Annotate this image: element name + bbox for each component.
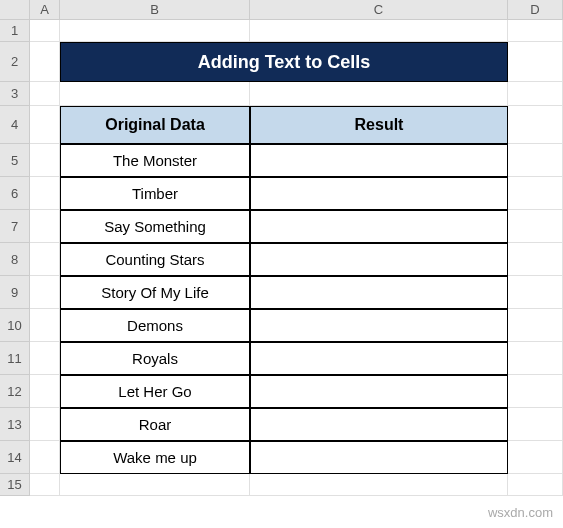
row-4: 4 Original Data Result [0, 106, 563, 144]
cell-c5[interactable] [250, 144, 508, 177]
row-15: 15 [0, 474, 563, 496]
row-11: 11 Royals [0, 342, 563, 375]
cell-d5[interactable] [508, 144, 563, 177]
cell-b14[interactable]: Wake me up [60, 441, 250, 474]
cell-a7[interactable] [30, 210, 60, 243]
row-header-7[interactable]: 7 [0, 210, 30, 243]
column-header-row: A B C D [0, 0, 563, 20]
cell-c12[interactable] [250, 375, 508, 408]
cell-c9[interactable] [250, 276, 508, 309]
row-13: 13 Roar [0, 408, 563, 441]
cell-d6[interactable] [508, 177, 563, 210]
cell-a10[interactable] [30, 309, 60, 342]
cell-a15[interactable] [30, 474, 60, 496]
watermark: wsxdn.com [488, 505, 553, 520]
title-cell[interactable]: Adding Text to Cells [60, 42, 508, 82]
cell-a3[interactable] [30, 82, 60, 106]
header-result[interactable]: Result [250, 106, 508, 144]
cell-b11[interactable]: Royals [60, 342, 250, 375]
cell-d14[interactable] [508, 441, 563, 474]
row-header-12[interactable]: 12 [0, 375, 30, 408]
row-12: 12 Let Her Go [0, 375, 563, 408]
row-6: 6 Timber [0, 177, 563, 210]
cell-c14[interactable] [250, 441, 508, 474]
cell-b9[interactable]: Story Of My Life [60, 276, 250, 309]
row-header-13[interactable]: 13 [0, 408, 30, 441]
cell-a4[interactable] [30, 106, 60, 144]
cell-b8[interactable]: Counting Stars [60, 243, 250, 276]
cell-a13[interactable] [30, 408, 60, 441]
cell-d9[interactable] [508, 276, 563, 309]
row-header-9[interactable]: 9 [0, 276, 30, 309]
row-header-10[interactable]: 10 [0, 309, 30, 342]
cell-c6[interactable] [250, 177, 508, 210]
cell-a8[interactable] [30, 243, 60, 276]
cell-d2[interactable] [508, 42, 563, 82]
cell-b10[interactable]: Demons [60, 309, 250, 342]
row-1: 1 [0, 20, 563, 42]
row-header-8[interactable]: 8 [0, 243, 30, 276]
cell-a9[interactable] [30, 276, 60, 309]
row-header-15[interactable]: 15 [0, 474, 30, 496]
row-9: 9 Story Of My Life [0, 276, 563, 309]
col-header-b[interactable]: B [60, 0, 250, 20]
cell-a14[interactable] [30, 441, 60, 474]
cell-d11[interactable] [508, 342, 563, 375]
cell-a12[interactable] [30, 375, 60, 408]
row-10: 10 Demons [0, 309, 563, 342]
row-header-2[interactable]: 2 [0, 42, 30, 82]
row-5: 5 The Monster [0, 144, 563, 177]
cell-d8[interactable] [508, 243, 563, 276]
cell-b3[interactable] [60, 82, 250, 106]
row-8: 8 Counting Stars [0, 243, 563, 276]
cell-d7[interactable] [508, 210, 563, 243]
cell-d4[interactable] [508, 106, 563, 144]
select-all-corner[interactable] [0, 0, 30, 20]
cell-b13[interactable]: Roar [60, 408, 250, 441]
row-header-3[interactable]: 3 [0, 82, 30, 106]
cell-b6[interactable]: Timber [60, 177, 250, 210]
cell-c11[interactable] [250, 342, 508, 375]
row-header-5[interactable]: 5 [0, 144, 30, 177]
cell-d10[interactable] [508, 309, 563, 342]
header-original-data[interactable]: Original Data [60, 106, 250, 144]
cell-b15[interactable] [60, 474, 250, 496]
row-header-4[interactable]: 4 [0, 106, 30, 144]
cell-b7[interactable]: Say Something [60, 210, 250, 243]
col-header-c[interactable]: C [250, 0, 508, 20]
cell-c1[interactable] [250, 20, 508, 42]
cell-c15[interactable] [250, 474, 508, 496]
cell-c13[interactable] [250, 408, 508, 441]
row-header-6[interactable]: 6 [0, 177, 30, 210]
cell-a5[interactable] [30, 144, 60, 177]
cell-c3[interactable] [250, 82, 508, 106]
col-header-d[interactable]: D [508, 0, 563, 20]
cell-d15[interactable] [508, 474, 563, 496]
row-2: 2 Adding Text to Cells [0, 42, 563, 82]
row-7: 7 Say Something [0, 210, 563, 243]
col-header-a[interactable]: A [30, 0, 60, 20]
cell-d12[interactable] [508, 375, 563, 408]
cell-a6[interactable] [30, 177, 60, 210]
cell-d1[interactable] [508, 20, 563, 42]
cell-d3[interactable] [508, 82, 563, 106]
cell-b12[interactable]: Let Her Go [60, 375, 250, 408]
cell-a2[interactable] [30, 42, 60, 82]
row-header-11[interactable]: 11 [0, 342, 30, 375]
cell-b5[interactable]: The Monster [60, 144, 250, 177]
row-3: 3 [0, 82, 563, 106]
cell-c8[interactable] [250, 243, 508, 276]
cell-c7[interactable] [250, 210, 508, 243]
cell-b1[interactable] [60, 20, 250, 42]
row-header-14[interactable]: 14 [0, 441, 30, 474]
cell-a11[interactable] [30, 342, 60, 375]
row-header-1[interactable]: 1 [0, 20, 30, 42]
cell-d13[interactable] [508, 408, 563, 441]
cell-c10[interactable] [250, 309, 508, 342]
cell-a1[interactable] [30, 20, 60, 42]
row-14: 14 Wake me up [0, 441, 563, 474]
